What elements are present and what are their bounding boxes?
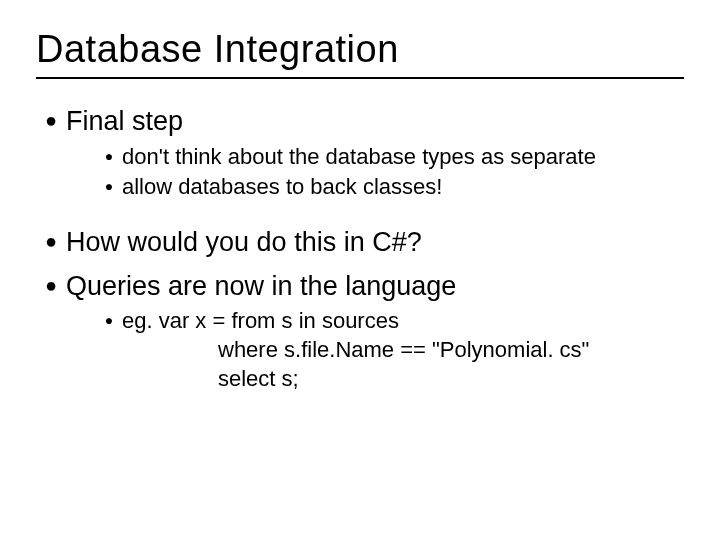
list-item: ● don't think about the database types a… <box>96 143 684 172</box>
bullet-icon: ● <box>36 226 66 256</box>
list-item: ● Queries are now in the language ● eg. … <box>36 270 684 408</box>
list-item: ● allow databases to back classes! <box>96 173 684 202</box>
bullet-icon: ● <box>96 307 122 333</box>
list-item: ● How would you do this in C#? <box>36 226 684 260</box>
list-item-text: How would you do this in C#? <box>66 227 422 257</box>
list-item-body: Queries are now in the language ● eg. va… <box>66 270 684 408</box>
slide: Database Integration ● Final step ● don'… <box>0 0 720 540</box>
list-item-text: don't think about the database types as … <box>122 143 684 172</box>
list-item-text: Queries are now in the language <box>66 271 456 301</box>
list-item-text: allow databases to back classes! <box>122 173 684 202</box>
title-underline <box>36 77 684 79</box>
list-item-text: Final step <box>66 106 183 136</box>
code-continuation: select s; <box>218 365 684 394</box>
bullet-icon: ● <box>96 173 122 199</box>
bullet-icon: ● <box>96 143 122 169</box>
bullet-list-level1: ● Final step ● don't think about the dat… <box>36 105 684 407</box>
bullet-icon: ● <box>36 270 66 300</box>
list-item: ● eg. var x = from s in sources where s.… <box>96 307 684 393</box>
code-continuation: where s.file.Name == "Polynomial. cs" <box>218 336 684 365</box>
list-item: ● Final step ● don't think about the dat… <box>36 105 684 216</box>
list-item-body: eg. var x = from s in sources where s.fi… <box>122 307 684 393</box>
slide-title: Database Integration <box>36 28 684 71</box>
list-item-text: eg. var x = from s in sources <box>122 308 399 333</box>
bullet-list-level2: ● don't think about the database types a… <box>96 143 684 202</box>
list-item-body: How would you do this in C#? <box>66 226 684 260</box>
bullet-list-level2: ● eg. var x = from s in sources where s.… <box>96 307 684 393</box>
bullet-icon: ● <box>36 105 66 135</box>
list-item-body: Final step ● don't think about the datab… <box>66 105 684 216</box>
